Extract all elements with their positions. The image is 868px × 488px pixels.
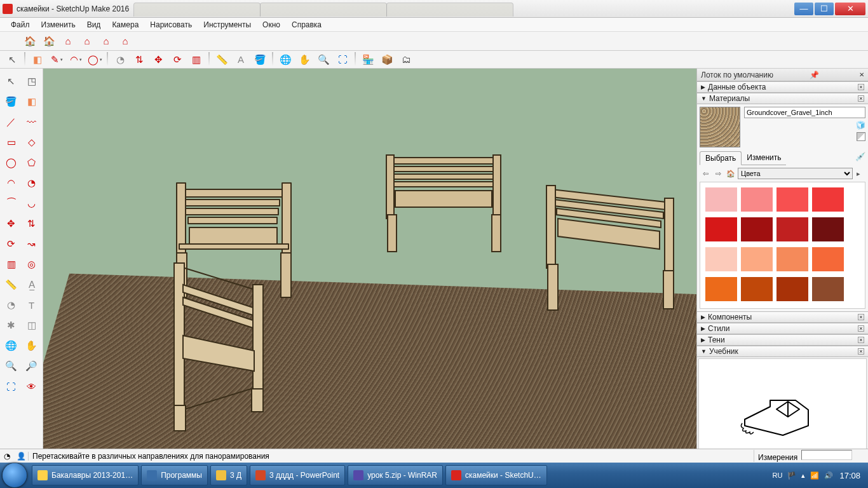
zoom-ext-icon[interactable]: ⛶ <box>3 377 20 395</box>
orbit2-icon[interactable]: 🌐 <box>3 337 20 355</box>
rotate2-icon[interactable]: ⟳ <box>3 235 20 253</box>
cursor-icon[interactable]: ↖ <box>4 52 20 67</box>
section-icon[interactable]: ◫ <box>23 316 41 334</box>
create-material-icon[interactable]: 🧊 <box>856 121 865 130</box>
tray-flag-icon[interactable]: 🏴 <box>787 471 796 480</box>
tray-header[interactable]: Лоток по умолчанию 📌 ✕ <box>697 69 868 81</box>
color-swatch[interactable] <box>812 217 844 241</box>
zoom-extents-icon[interactable]: ⛶ <box>335 52 350 67</box>
panel-close-icon[interactable]: × <box>858 314 864 320</box>
pie-icon[interactable]: ◔ <box>23 174 41 192</box>
menu-help[interactable]: Справка <box>286 20 327 29</box>
color-swatch[interactable] <box>741 277 773 301</box>
color-swatch[interactable] <box>705 247 737 271</box>
color-swatch[interactable] <box>812 277 844 301</box>
polygon-icon[interactable]: ⬠ <box>23 154 41 172</box>
menu-window[interactable]: Окно <box>257 20 286 29</box>
pencil-icon[interactable]: ✎ <box>49 52 64 67</box>
tray-up-icon[interactable]: ▴ <box>801 471 805 480</box>
component-icon[interactable]: 📦 <box>379 52 395 67</box>
house-line1-icon[interactable]: ⌂ <box>60 34 76 49</box>
tray-pin-icon[interactable]: 📌 <box>810 71 819 79</box>
materials-tab-select[interactable]: Выбрать <box>700 151 742 165</box>
geo-icon[interactable]: ◔ <box>0 452 14 461</box>
3pt-arc-icon[interactable]: ◡ <box>23 194 41 212</box>
panel-materials[interactable]: ▼Материалы× <box>697 93 868 104</box>
zoom2-icon[interactable]: 🔍 <box>3 357 20 375</box>
taskbar-item[interactable]: урок 5.zip - WinRAR <box>348 465 443 485</box>
pan-icon[interactable]: ✋ <box>297 52 312 67</box>
maximize-button[interactable]: ☐ <box>815 3 834 15</box>
pushpull2-icon[interactable]: ⇅ <box>23 215 41 233</box>
rotated-rect-icon[interactable]: ◇ <box>23 133 41 151</box>
orbit-icon[interactable]: 🌐 <box>278 52 293 67</box>
position-cam-icon[interactable]: 👁 <box>23 377 41 395</box>
start-button[interactable] <box>3 463 27 487</box>
rotate-icon[interactable]: ⟳ <box>170 52 185 67</box>
taskbar-item[interactable]: Программы <box>141 465 208 485</box>
line-icon[interactable]: ／ <box>3 113 20 131</box>
color-swatch[interactable] <box>705 217 737 241</box>
move2-icon[interactable]: ✥ <box>3 215 20 233</box>
nav-back-icon[interactable]: ⇦ <box>700 168 711 179</box>
menu-view[interactable]: Вид <box>81 20 107 29</box>
protractor2-icon[interactable]: ◔ <box>3 296 20 314</box>
materials-tab-edit[interactable]: Изменить <box>742 151 786 165</box>
color-swatch[interactable] <box>776 217 808 241</box>
panel-close-icon[interactable]: × <box>858 337 864 343</box>
measurements-input[interactable] <box>801 450 852 460</box>
move-icon[interactable]: ✥ <box>151 52 166 67</box>
taskbar-item[interactable]: скамейки - SketchU… <box>445 465 547 485</box>
scale2-icon[interactable]: ▥ <box>3 255 20 273</box>
color-swatch[interactable] <box>741 217 773 241</box>
house-line3-icon[interactable]: ⌂ <box>98 34 114 49</box>
zoom-window-icon[interactable]: 🔎 <box>23 357 41 375</box>
color-swatch[interactable] <box>776 277 808 301</box>
color-swatch[interactable] <box>741 187 773 212</box>
2pt-arc-icon[interactable]: ⁀ <box>3 194 20 212</box>
panel-components[interactable]: ▶Компоненты× <box>697 311 868 323</box>
color-swatch[interactable] <box>741 247 773 271</box>
tray-network-icon[interactable]: 📶 <box>810 471 819 480</box>
tray-sound-icon[interactable]: 🔊 <box>824 471 833 480</box>
panel-entity-info[interactable]: ▶Данные объекта× <box>697 81 868 93</box>
layers-icon[interactable]: 🗂 <box>398 52 414 67</box>
menu-tools[interactable]: Инструменты <box>198 20 257 29</box>
scale-icon[interactable]: ▥ <box>189 52 204 67</box>
freehand-icon[interactable]: 〰 <box>23 113 41 131</box>
circle2-icon[interactable]: ◯ <box>3 154 20 172</box>
tray-lang[interactable]: RU <box>773 471 783 479</box>
paint-bucket-icon[interactable]: 🪣 <box>3 93 20 111</box>
axes-icon[interactable]: ✱ <box>3 316 20 334</box>
panel-close-icon[interactable]: × <box>858 95 864 102</box>
followme-icon[interactable]: ↝ <box>23 235 41 253</box>
panel-close-icon[interactable]: × <box>858 348 864 355</box>
menu-draw[interactable]: Нарисовать <box>144 20 198 29</box>
taskbar-item[interactable]: 3 Д <box>210 465 247 485</box>
material-preview[interactable] <box>700 107 740 147</box>
panel-shadows[interactable]: ▶Тени× <box>697 334 868 346</box>
details-menu-icon[interactable]: ▸ <box>853 168 864 179</box>
nav-forward-icon[interactable]: ⇨ <box>712 168 724 179</box>
warehouse-icon[interactable]: 🏪 <box>360 52 376 67</box>
arc-icon[interactable]: ◠ <box>68 52 83 67</box>
color-swatch[interactable] <box>776 187 808 212</box>
text-icon[interactable]: A <box>233 52 248 67</box>
house-iso-icon[interactable]: 🏠 <box>22 34 37 49</box>
color-swatch[interactable] <box>705 277 737 301</box>
tape-icon[interactable]: 📏 <box>214 52 229 67</box>
text2-icon[interactable]: T <box>23 296 41 314</box>
paint-icon[interactable]: 🪣 <box>252 52 268 67</box>
tape2-icon[interactable]: 📏 <box>3 276 20 294</box>
eraser2-icon[interactable]: ◧ <box>23 93 41 111</box>
panel-close-icon[interactable]: × <box>858 84 864 90</box>
zoom-icon[interactable]: 🔍 <box>316 52 331 67</box>
close-button[interactable]: ✕ <box>835 3 865 15</box>
minimize-button[interactable]: — <box>794 3 813 15</box>
taskbar-item[interactable]: 3 дддд - PowerPoint <box>250 465 345 485</box>
viewport-3d[interactable] <box>43 69 696 463</box>
nav-home-icon[interactable]: 🏠 <box>725 168 736 179</box>
select-icon[interactable]: ↖ <box>3 72 20 90</box>
rect-icon[interactable]: ▭ <box>3 133 20 151</box>
component-make-icon[interactable]: ◳ <box>23 72 41 90</box>
